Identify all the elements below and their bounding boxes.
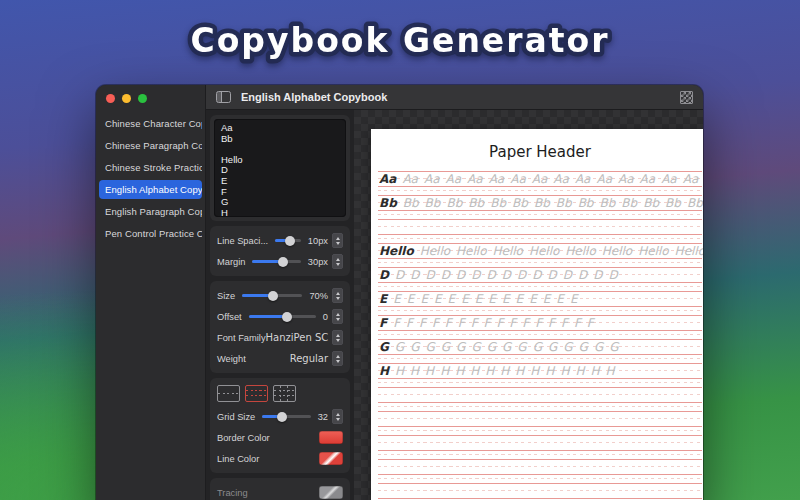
close-window-button[interactable]: [106, 94, 115, 103]
full-grid-icon[interactable]: [273, 385, 296, 402]
letter-trace: D: [563, 268, 572, 282]
practice-row: [378, 459, 702, 475]
letter-trace: D: [517, 268, 526, 282]
letter-trace: G: [548, 340, 557, 354]
letter-trace: G: [395, 340, 404, 354]
letter-trace: G: [609, 340, 618, 354]
sidebar-item-chinese-stroke-practic[interactable]: Chinese Stroke Practic...: [99, 158, 202, 177]
offset-slider[interactable]: [249, 315, 316, 318]
text-input-card: Aa Bb Hello D E F G H: [210, 115, 350, 221]
font-family-dropdown[interactable]: [332, 330, 343, 345]
margin-stepper[interactable]: [332, 254, 343, 269]
titlebar-actions: [680, 91, 693, 104]
preview-area: Paper Header AaAaAaAaAaAaAaAaAaAaAaAaAaA…: [354, 110, 703, 500]
paper-header: Paper Header: [371, 143, 703, 161]
sidebar-item-pen-control-practice-c[interactable]: Pen Control Practice C...: [99, 224, 202, 243]
letter-trace: E: [556, 292, 564, 306]
sidebar-item-english-paragraph-copy[interactable]: English Paragraph Copy...: [99, 202, 202, 221]
letter-trace: E: [461, 292, 469, 306]
letter-trace: Bb: [490, 196, 506, 210]
line-color-swatch[interactable]: [319, 452, 343, 465]
stepper-up-icon: [336, 355, 340, 358]
letter-trace: G: [471, 340, 480, 354]
letter-trace: Bb: [512, 196, 528, 210]
fourline-grid-icon[interactable]: [245, 385, 268, 402]
margin-slider[interactable]: [252, 260, 300, 263]
weight-label: Weight: [217, 354, 246, 364]
practice-letters: BbBbBbBbBbBbBbBbBbBbBbBbBbBbBbBb: [379, 196, 703, 210]
letter-trace: Bb: [468, 196, 484, 210]
letter-trace: D: [547, 268, 556, 282]
window-title: English Alphabet Copybook: [241, 91, 387, 103]
letter-sample: Hello: [379, 244, 414, 258]
stepper-down-icon: [336, 418, 340, 421]
letter-trace: F: [535, 316, 542, 330]
stepper-up-icon: [336, 313, 340, 316]
letter-trace: Bb: [687, 196, 703, 210]
weight-dropdown[interactable]: [332, 351, 343, 366]
stepper-up-icon: [336, 237, 340, 240]
size-stepper[interactable]: [332, 288, 343, 303]
stepper-down-icon: [336, 297, 340, 300]
letter-trace: H: [395, 364, 404, 378]
window-titlebar: English Alphabet Copybook: [206, 85, 703, 110]
letter-trace: Aa: [618, 172, 634, 186]
app-title-banner: Copybook Generator: [0, 4, 800, 76]
letter-trace: Aa: [510, 172, 526, 186]
slider-knob[interactable]: [285, 236, 295, 246]
copybook-text-input[interactable]: Aa Bb Hello D E F G H: [214, 119, 346, 217]
stepper-up-icon: [336, 413, 340, 416]
border-color-swatch[interactable]: [319, 431, 343, 444]
letter-trace: F: [419, 316, 426, 330]
slider-knob[interactable]: [277, 412, 287, 422]
sidebar-item-english-alphabet-copyb[interactable]: English Alphabet Copyb...: [99, 180, 202, 199]
letter-trace: E: [393, 292, 401, 306]
slider-knob[interactable]: [268, 291, 278, 301]
letter-trace: D: [425, 268, 434, 282]
letter-trace: Bb: [534, 196, 550, 210]
size-slider[interactable]: [242, 294, 302, 297]
line-spaci-stepper[interactable]: [332, 233, 343, 248]
letter-sample: Aa: [379, 172, 396, 186]
sidebar-item-chinese-paragraph-cop[interactable]: Chinese Paragraph Cop...: [99, 136, 202, 155]
letter-trace: E: [475, 292, 483, 306]
practice-row: FFFFFFFFFFFFFFFFF: [378, 315, 702, 331]
letter-trace: Aa: [683, 172, 699, 186]
size-row: Size70%: [217, 285, 343, 306]
letter-trace: H: [575, 364, 584, 378]
letter-trace: Hello: [675, 244, 703, 258]
letter-trace: Aa: [596, 172, 612, 186]
minimize-window-button[interactable]: [122, 94, 131, 103]
offset-stepper[interactable]: [332, 309, 343, 324]
slider-knob[interactable]: [282, 312, 292, 322]
practice-row: [378, 387, 702, 403]
grid-size-slider[interactable]: [262, 415, 310, 418]
grid-style-picker: [217, 382, 343, 406]
letter-trace: H: [440, 364, 449, 378]
slider-knob[interactable]: [278, 257, 288, 267]
zoom-window-button[interactable]: [138, 94, 147, 103]
line-spaci-slider[interactable]: [275, 239, 301, 242]
letter-trace: H: [515, 364, 524, 378]
letter-trace: Hello: [456, 244, 486, 258]
letter-trace: G: [456, 340, 465, 354]
practice-row: DDDDDDDDDDDDDDDD: [378, 267, 702, 283]
letter-trace: E: [488, 292, 496, 306]
letter-trace: Aa: [661, 172, 677, 186]
line-color-label: Line Color: [217, 454, 259, 464]
paper-preview: Paper Header AaAaAaAaAaAaAaAaAaAaAaAaAaA…: [371, 129, 703, 500]
letter-trace: E: [448, 292, 456, 306]
letter-trace: G: [533, 340, 542, 354]
letter-trace: H: [560, 364, 569, 378]
transparency-checker-icon[interactable]: [680, 91, 693, 104]
letter-trace: Aa: [489, 172, 505, 186]
grid-size-stepper[interactable]: [332, 409, 343, 424]
stepper-down-icon: [336, 339, 340, 342]
sidebar-item-chinese-character-cop[interactable]: Chinese Character Cop...: [99, 114, 202, 133]
letter-trace: Aa: [467, 172, 483, 186]
midline-grid-icon[interactable]: [217, 385, 240, 402]
practice-letters: HelloHelloHelloHelloHelloHelloHelloHello…: [379, 244, 703, 258]
practice-letters: HHHHHHHHHHHHHHHH: [379, 364, 703, 378]
sidebar-toggle-icon[interactable]: [216, 91, 231, 103]
letter-trace: Hello: [638, 244, 668, 258]
